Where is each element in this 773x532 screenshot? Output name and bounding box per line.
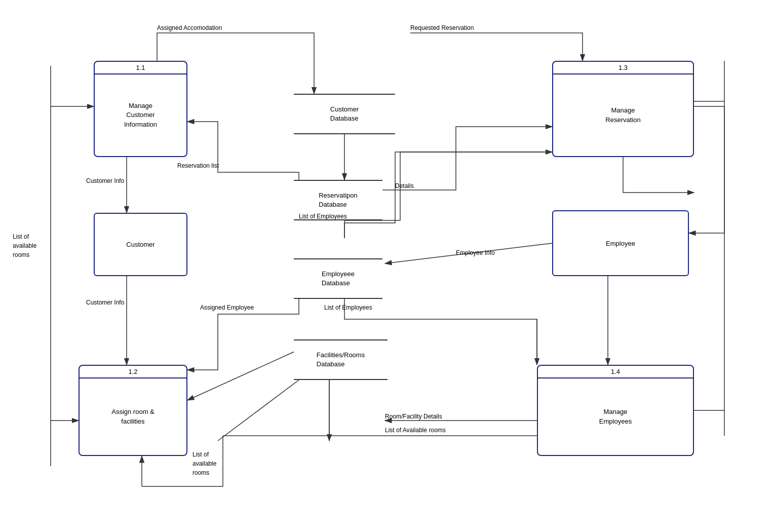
label-customer-info-1: Customer Info	[86, 177, 124, 184]
customer-info-1-text: Customer Info	[86, 177, 124, 184]
label-customer-info-2: Customer Info	[86, 299, 124, 306]
process-box-12: 1.2 Assign room &facilities	[79, 365, 187, 456]
label-reservation-list: Reservation list	[177, 162, 219, 169]
diagram-container: 1.1 ManageCustomerInformation 1.2 Assign…	[0, 0, 773, 532]
room-facility-text: Room/Facility Details	[385, 413, 442, 420]
label-list-available-rooms-bottom: List ofavailablerooms	[192, 441, 216, 477]
label-requested-reservation: Requested Reservation	[410, 24, 474, 31]
assigned-employee-text: Assigned Employee	[200, 304, 254, 311]
box-14-label: ManageEmployees	[538, 378, 693, 455]
process-box-13: 1.3 ManageReservation	[552, 61, 694, 157]
customer-info-2-text: Customer Info	[86, 299, 124, 306]
process-box-14: 1.4 ManageEmployees	[537, 365, 694, 456]
process-box-11: 1.1 ManageCustomerInformation	[94, 61, 187, 157]
facilities-db-label: Facilities/RoomsDatabase	[317, 351, 365, 369]
svg-line-17	[218, 380, 299, 441]
label-list-employees-2: List of Employees	[324, 304, 372, 311]
list-employees-2-text: List of Employees	[324, 304, 372, 311]
datastore-facilities-db: Facilities/RoomsDatabase	[294, 339, 388, 380]
label-details: Details	[395, 182, 414, 189]
datastore-customer-db: CustomerDatabase	[294, 94, 395, 134]
list-employees-1-text: List of Employees	[299, 213, 347, 220]
label-employee-info: Employee Info	[456, 249, 495, 256]
svg-line-11	[187, 350, 299, 400]
requested-reservation-text: Requested Reservation	[410, 24, 474, 31]
customer-db-label: CustomerDatabase	[330, 105, 359, 123]
assigned-accommodation-text: Assigned Accomodation	[157, 24, 222, 31]
reservation-list-text: Reservation list	[177, 162, 219, 169]
box-13-label: ManageReservation	[553, 74, 693, 156]
label-room-facility-details: Room/Facility Details	[385, 413, 442, 420]
list-available-bottom-text: List ofavailablerooms	[192, 451, 216, 476]
datastore-employee-db: EmployeeeDatabase	[294, 258, 382, 299]
box-12-label: Assign room &facilities	[80, 378, 186, 455]
employee-info-text: Employee Info	[456, 249, 495, 256]
box-14-number: 1.4	[538, 366, 693, 378]
label-assigned-accommodation: Assigned Accomodation	[157, 24, 222, 31]
employee-label: Employee	[606, 240, 635, 247]
label-assigned-employee: Assigned Employee	[200, 304, 254, 311]
customer-label: Customer	[126, 241, 154, 248]
list-available-left-text: List ofavailablerooms	[13, 233, 36, 258]
entity-customer: Customer	[94, 213, 187, 276]
box-11-number: 1.1	[95, 62, 186, 74]
label-list-available-rooms-left: List ofavailablerooms	[13, 223, 36, 259]
box-12-number: 1.2	[80, 366, 186, 378]
employee-db-label: EmployeeeDatabase	[322, 270, 355, 288]
box-11-label: ManageCustomerInformation	[95, 74, 186, 156]
details-text: Details	[395, 182, 414, 189]
label-list-employees-1: List of Employees	[299, 213, 347, 220]
label-list-available-rooms-bottom2: List of Available rooms	[385, 427, 446, 434]
entity-employee: Employee	[552, 210, 689, 276]
list-available-rooms-3-text: List of Available rooms	[385, 427, 446, 434]
box-13-number: 1.3	[553, 62, 693, 74]
reservation-db-label: ReservatiponDatabase	[319, 191, 358, 209]
